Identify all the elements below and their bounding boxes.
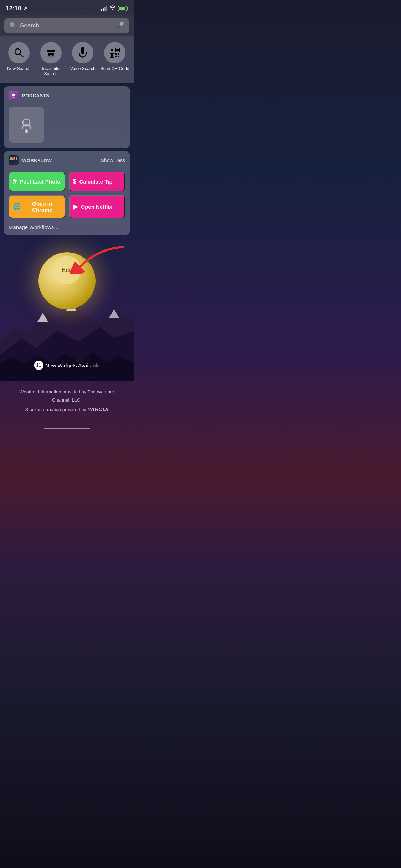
svg-rect-36 <box>12 159 14 160</box>
manage-workflows-link[interactable]: Manage Workflows... <box>4 223 130 235</box>
yahoo-logo: YAHOO! <box>87 406 108 412</box>
svg-rect-31 <box>10 157 12 159</box>
new-search-icon <box>8 42 30 63</box>
weather-underline: Weather <box>20 389 37 394</box>
time-display: 12:10 <box>6 5 21 12</box>
svg-text:⚡: ⚡ <box>120 7 124 11</box>
podcasts-app-icon <box>9 91 19 100</box>
workflow-title: WORKFLOW <box>22 158 52 163</box>
svg-rect-22 <box>118 53 119 55</box>
svg-line-5 <box>20 54 23 57</box>
new-search-label: New Search <box>7 66 30 71</box>
svg-point-6 <box>47 55 55 58</box>
stock-link[interactable]: Stock <box>25 407 37 412</box>
svg-rect-23 <box>115 56 117 57</box>
quick-action-incognito[interactable]: Incognito Search <box>35 42 67 76</box>
new-widgets-banner[interactable]: 11 New Widgets Available <box>34 361 99 370</box>
svg-rect-16 <box>111 49 113 51</box>
battery-icon: ⚡ <box>118 6 128 11</box>
post-last-photo-button[interactable]: # Post Last Photo <box>9 172 65 191</box>
wallpaper-scene: Edit 11 New Widgets Available <box>0 238 134 381</box>
signal-icon <box>101 6 107 11</box>
workflow-buttons: # Post Last Photo $ Calculate Tip 🌐 Open… <box>4 169 130 223</box>
calculate-tip-label: Calculate Tip <box>79 179 113 185</box>
svg-rect-12 <box>81 47 84 54</box>
calculate-tip-icon: $ <box>73 178 77 185</box>
svg-point-9 <box>48 53 51 56</box>
scan-qr-label: Scan QR Code <box>101 66 129 71</box>
arrow-pointer <box>70 245 127 275</box>
podcast-thumbnail[interactable] <box>9 107 44 143</box>
svg-rect-18 <box>116 49 119 51</box>
open-chrome-label: Open in Chrome <box>24 201 61 213</box>
workflow-widget: WORKFLOW Show Less # Post Last Photo $ C… <box>4 151 130 235</box>
status-bar: 12:10 ↗ <box>0 0 134 15</box>
svg-rect-8 <box>47 50 55 51</box>
open-netflix-label: Open Netflix <box>81 204 112 210</box>
voice-icon <box>72 42 93 63</box>
search-bar[interactable]: 🔍 Search 🎤 <box>4 18 129 33</box>
chrome-icon: 🌐 <box>13 203 21 211</box>
new-widgets-label: New Widgets Available <box>45 362 99 368</box>
location-icon: ↗ <box>23 6 27 11</box>
open-chrome-button[interactable]: 🌐 Open in Chrome <box>9 195 65 218</box>
footer-line2: information provided by <box>37 407 87 412</box>
search-input[interactable]: Search <box>20 22 113 29</box>
weather-link[interactable]: Weather <box>20 389 37 394</box>
workflow-app-icon <box>9 155 19 165</box>
workflow-header: WORKFLOW Show Less <box>4 151 130 169</box>
search-bar-container: 🔍 Search 🎤 <box>0 15 134 36</box>
quick-actions-bar: New Search Incognito Search <box>0 36 134 83</box>
svg-rect-21 <box>115 53 117 55</box>
svg-rect-34 <box>16 157 17 159</box>
home-bar <box>44 428 90 429</box>
svg-rect-37 <box>14 159 15 160</box>
voice-search-label: Voice Search <box>70 66 96 71</box>
footer-text: Weather information provided by The Weat… <box>11 388 123 414</box>
stock-underline: Stock <box>25 407 37 412</box>
podcasts-title: PODCASTS <box>22 93 49 98</box>
podcasts-header: PODCASTS <box>4 86 130 104</box>
svg-rect-24 <box>118 56 119 57</box>
svg-rect-11 <box>50 53 52 55</box>
home-indicator <box>0 425 134 432</box>
calculate-tip-button[interactable]: $ Calculate Tip <box>69 172 125 191</box>
status-time: 12:10 ↗ <box>6 5 27 12</box>
svg-rect-2 <box>127 7 128 10</box>
incognito-icon <box>40 42 62 63</box>
podcasts-widget: PODCASTS <box>4 86 130 148</box>
quick-action-voice[interactable]: Voice Search <box>67 42 99 76</box>
svg-point-10 <box>51 53 54 56</box>
svg-rect-35 <box>10 159 12 160</box>
svg-rect-33 <box>14 157 15 159</box>
svg-rect-20 <box>111 54 113 57</box>
footer: Weather information provided by The Weat… <box>0 381 134 425</box>
show-less-button[interactable]: Show Less <box>101 157 125 163</box>
podcast-content <box>4 104 130 148</box>
post-photo-icon: # <box>13 177 17 186</box>
wifi-icon <box>109 5 116 12</box>
status-icons: ⚡ <box>101 5 128 12</box>
svg-rect-38 <box>16 159 17 160</box>
open-netflix-button[interactable]: ▶ Open Netflix <box>69 195 125 218</box>
footer-line1: information provided by The Weather Chan… <box>37 389 114 403</box>
svg-rect-32 <box>12 157 14 159</box>
mic-icon[interactable]: 🎤 <box>115 21 124 30</box>
svg-point-4 <box>15 49 21 55</box>
widgets-count-badge: 11 <box>34 361 43 370</box>
quick-action-new-search[interactable]: New Search <box>3 42 35 76</box>
qr-icon <box>104 42 125 63</box>
search-icon: 🔍 <box>9 22 17 30</box>
post-last-photo-label: Post Last Photo <box>20 179 60 185</box>
incognito-label: Incognito Search <box>42 66 60 76</box>
netflix-icon: ▶ <box>73 203 78 211</box>
quick-action-qr[interactable]: Scan QR Code <box>99 42 131 76</box>
